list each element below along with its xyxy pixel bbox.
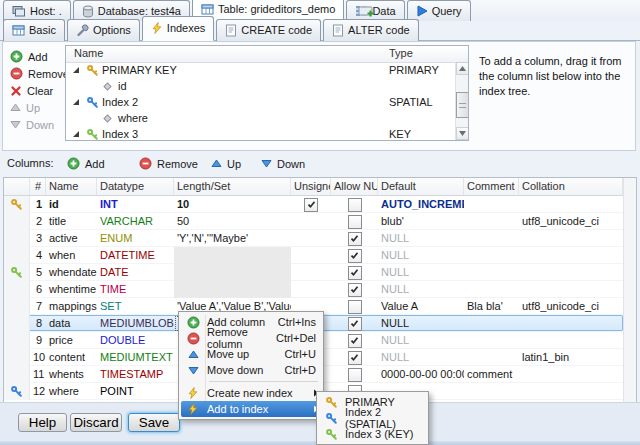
cell-allow-null[interactable] [331,332,378,349]
cell-name[interactable]: whendate [46,264,97,281]
up-column-button[interactable]: Up [208,155,244,172]
cell-default[interactable]: Value A [378,298,464,315]
cell-number[interactable]: 3 [30,230,46,247]
cell-allow-null[interactable] [331,213,378,230]
cell-default[interactable]: blub' [378,213,464,230]
add-column-button[interactable]: Add [64,155,108,172]
cell-default[interactable]: NULL [378,230,464,247]
cell-comment[interactable]: comment [464,366,519,383]
cell-length-set[interactable] [174,264,291,281]
table-row[interactable]: 4whenDATETIMENULL [4,247,623,264]
unsigned-checkbox[interactable] [304,198,318,212]
cell-name[interactable]: id [46,196,97,213]
cell-allow-null[interactable] [331,298,378,315]
cell-collation[interactable] [519,264,623,281]
index-tree-item[interactable]: Index 2SPATIAL [66,94,455,110]
scrollbar-thumb[interactable] [456,92,469,118]
cell-allow-null[interactable] [331,264,378,281]
cell-name[interactable]: active [46,230,97,247]
cell-unsigned[interactable] [291,264,331,281]
column-header-default[interactable]: Default [378,178,464,195]
menu-item-add-to-index[interactable]: Add to index [181,401,321,417]
cell-comment[interactable] [464,383,519,400]
submenu-item-index-3-key[interactable]: Index 3 (KEY) [319,426,426,442]
menu-item-remove-column[interactable]: Remove columnCtrl+Del [181,330,321,346]
allow-null-checkbox[interactable] [348,351,362,365]
cell-number[interactable]: 6 [30,281,46,298]
cell-number[interactable]: 5 [30,264,46,281]
cell-default[interactable]: AUTO_INCREMENT [378,196,464,213]
cell-default[interactable]: NULL [378,281,464,298]
cell-default[interactable]: 0000-00-00 00:00:00 [378,366,464,383]
cell-allow-null[interactable] [331,230,378,247]
menu-item-move-up[interactable]: Move upCtrl+U [181,346,321,362]
cell-unsigned[interactable] [291,213,331,230]
expand-icon[interactable] [72,66,80,74]
cell-number[interactable]: 7 [30,298,46,315]
clear-index-button[interactable]: Clear [8,83,55,98]
menu-item-move-down[interactable]: Move downCtrl+D [181,362,321,378]
scroll-up-icon[interactable] [456,62,469,75]
column-header-[interactable]: # [30,178,46,195]
allow-null-checkbox[interactable] [348,283,362,297]
index-tree-item[interactable]: PRIMARY KEYPRIMARY [66,62,455,78]
cell-name[interactable]: data [46,315,97,332]
cell-comment[interactable] [464,264,519,281]
allow-null-checkbox[interactable] [348,249,362,263]
cell-name[interactable]: mappings [46,298,97,315]
sub-tab-options[interactable]: Options [67,19,140,41]
cell-allow-null[interactable] [331,315,378,332]
help-button[interactable]: Help [18,413,67,432]
cell-comment[interactable] [464,315,519,332]
cell-name[interactable]: where [46,383,97,400]
index-tree-item[interactable]: Index 3KEY [66,126,455,140]
cell-datatype[interactable]: MEDIUMBLOB [97,315,174,332]
column-header-allow-null[interactable]: Allow NULL [331,178,378,195]
index-tree-item[interactable]: id [66,78,455,94]
cell-default[interactable]: NULL [378,349,464,366]
add-index-button[interactable]: Add [8,49,50,64]
allow-null-checkbox[interactable] [348,198,362,212]
cell-datatype[interactable]: DOUBLE [97,332,174,349]
cell-datatype[interactable]: POINT [97,383,174,400]
remove-column-button[interactable]: Remove [136,155,201,172]
tree-col-type[interactable]: Type [389,47,413,59]
cell-collation[interactable]: latin1_bin [519,349,623,366]
expand-icon[interactable] [72,130,80,138]
submenu-item-index-2-spatial[interactable]: Index 2 (SPATIAL) [319,410,426,426]
cell-allow-null[interactable] [331,247,378,264]
row-header[interactable] [4,264,30,281]
down-column-button[interactable]: Down [258,155,308,172]
cell-datatype[interactable]: DATE [97,264,174,281]
grid-scrollbar[interactable] [623,178,636,402]
cell-datatype[interactable]: DATETIME [97,247,174,264]
row-header[interactable] [4,315,30,332]
cell-name[interactable]: whentime [46,281,97,298]
cell-length-set[interactable] [174,247,291,264]
cell-datatype[interactable]: ENUM [97,230,174,247]
cell-name[interactable]: title [46,213,97,230]
cell-datatype[interactable]: TIMESTAMP [97,366,174,383]
cell-default[interactable]: NULL [378,247,464,264]
cell-default[interactable]: NULL [378,315,464,332]
cell-number[interactable]: 11 [30,366,46,383]
row-header[interactable] [4,213,30,230]
table-row[interactable]: 2titleVARCHAR50blub'utf8_unicode_ci [4,213,623,230]
cell-length-set[interactable]: 'Y','N','''Maybe' [174,230,291,247]
cell-length-set[interactable]: 50 [174,213,291,230]
cell-unsigned[interactable] [291,196,331,213]
cell-collation[interactable] [519,247,623,264]
row-header[interactable] [4,383,30,400]
allow-null-checkbox[interactable] [348,215,362,229]
allow-null-checkbox[interactable] [348,334,362,348]
row-header[interactable] [4,366,30,383]
cell-comment[interactable] [464,247,519,264]
cell-length-set[interactable] [174,281,291,298]
cell-collation[interactable] [519,383,623,400]
column-header-length-set[interactable]: Length/Set [174,178,291,195]
cell-comment[interactable] [464,349,519,366]
row-header[interactable] [4,298,30,315]
cell-number[interactable]: 10 [30,349,46,366]
cell-collation[interactable]: utf8_unicode_ci [519,213,623,230]
row-header[interactable] [4,349,30,366]
